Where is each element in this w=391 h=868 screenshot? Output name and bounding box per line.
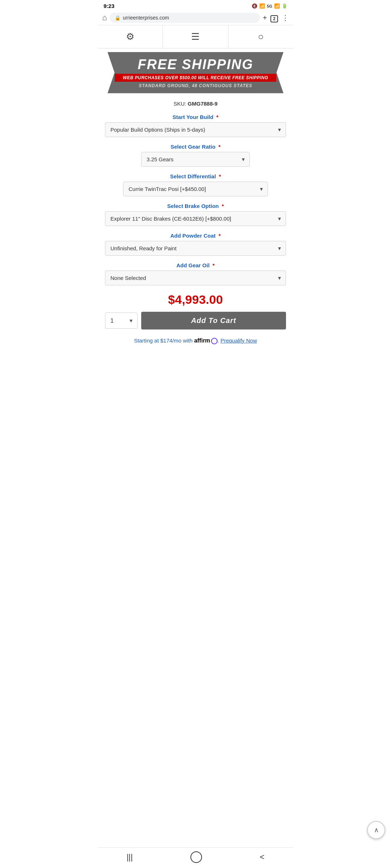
- network-5g: 5G: [267, 4, 272, 8]
- required-star: *: [213, 262, 215, 268]
- build-options-wrapper: Popular Build Options (Ships in 5-days) …: [105, 122, 286, 137]
- url-bar[interactable]: 🔒 urrieenterprises.com: [110, 13, 260, 23]
- free-shipping-banner: FREE SHIPPING WEB PURCHASES OVER $500.00…: [108, 52, 283, 93]
- build-options-group: Start Your Build * Popular Build Options…: [105, 114, 286, 137]
- brake-option-label: Select Brake Option *: [105, 203, 286, 209]
- product-area: SKU: GMG7888-9 Start Your Build * Popula…: [98, 97, 293, 359]
- battery-icon: 🔋: [282, 3, 287, 9]
- affirm-prequalify-link[interactable]: Prequalify Now: [220, 337, 257, 344]
- lock-icon: 🔒: [115, 15, 121, 21]
- affirm-circle-icon: [211, 338, 218, 344]
- differential-select[interactable]: Currie TwinTrac Posi [+$450.00]: [123, 182, 268, 196]
- differential-group: Select Differential * Currie TwinTrac Po…: [105, 173, 286, 196]
- banner-red-strip: WEB PURCHASES OVER $500.00 WILL RECEIVE …: [115, 74, 276, 82]
- differential-wrapper: Currie TwinTrac Posi [+$450.00] ▾: [105, 182, 286, 196]
- tabs-count: 2: [270, 15, 278, 22]
- wifi-icon: 📶: [259, 3, 265, 9]
- menu-nav-item[interactable]: ☰: [163, 25, 228, 48]
- menu-icon: ☰: [191, 31, 199, 42]
- required-star: *: [219, 233, 221, 239]
- powder-coat-select[interactable]: Unfinished, Ready for Paint: [105, 241, 286, 256]
- top-nav: ⚙ ☰ ○: [98, 25, 293, 48]
- brake-option-group: Select Brake Option * Explorer 11" Disc …: [105, 203, 286, 226]
- add-to-cart-button[interactable]: Add To Cart: [141, 312, 286, 329]
- required-star: *: [216, 114, 219, 120]
- search-icon: ○: [258, 31, 264, 42]
- sku-value: GMG7888-9: [188, 101, 218, 107]
- status-time: 9:23: [104, 3, 114, 9]
- brake-option-wrapper: Explorer 11" Disc Brakes (CE-6012E6) [+$…: [105, 211, 286, 226]
- home-button[interactable]: ⌂: [102, 13, 107, 22]
- powder-coat-wrapper: Unfinished, Ready for Paint ▾: [105, 241, 286, 256]
- new-tab-button[interactable]: +: [263, 14, 267, 22]
- browser-menu-button[interactable]: ⋮: [282, 13, 289, 22]
- gear-ratio-label: Select Gear Ratio *: [105, 144, 286, 150]
- gear-oil-wrapper: None Selected ▾: [105, 271, 286, 285]
- add-to-cart-row: 1 ▾ Add To Cart: [105, 312, 286, 329]
- required-star: *: [218, 144, 220, 150]
- quantity-wrapper: 1 ▾: [105, 312, 138, 329]
- differential-label: Select Differential *: [105, 173, 286, 179]
- required-star: *: [219, 173, 221, 179]
- required-star: *: [222, 203, 224, 209]
- gear-ratio-wrapper: 3.25 Gears ▾: [105, 152, 286, 167]
- gear-oil-label: Add Gear Oil *: [105, 262, 286, 268]
- browser-bar: ⌂ 🔒 urrieenterprises.com + 2 ⋮: [98, 10, 293, 25]
- signal-icon: 📶: [274, 3, 280, 9]
- banner-title: FREE SHIPPING: [122, 57, 269, 72]
- status-icons: 🔇 📶 5G 📶 🔋: [252, 3, 287, 9]
- affirm-section: Starting at $174/mo with affirm. Prequal…: [105, 335, 286, 352]
- gear-oil-select[interactable]: None Selected: [105, 271, 286, 285]
- banner-red-text: WEB PURCHASES OVER $500.00 WILL RECEIVE …: [122, 75, 269, 80]
- price-value: $4,993.00: [168, 293, 223, 306]
- gear-oil-group: Add Gear Oil * None Selected ▾: [105, 262, 286, 285]
- price-section: $4,993.00: [105, 293, 286, 307]
- browser-actions: + 2 ⋮: [263, 13, 289, 22]
- sku-line: SKU: GMG7888-9: [105, 101, 286, 107]
- mute-icon: 🔇: [252, 3, 257, 9]
- status-bar: 9:23 🔇 📶 5G 📶 🔋: [98, 0, 293, 10]
- powder-coat-label: Add Powder Coat *: [105, 233, 286, 239]
- settings-nav-item[interactable]: ⚙: [98, 25, 163, 48]
- gear-ratio-select[interactable]: 3.25 Gears: [141, 152, 250, 167]
- tabs-button[interactable]: 2: [270, 14, 278, 22]
- search-nav-item[interactable]: ○: [228, 25, 293, 48]
- sku-label: SKU:: [173, 101, 186, 107]
- settings-icon: ⚙: [126, 31, 134, 42]
- quantity-select[interactable]: 1: [105, 312, 138, 329]
- build-options-select[interactable]: Popular Build Options (Ships in 5-days): [105, 122, 286, 137]
- brake-option-select[interactable]: Explorer 11" Disc Brakes (CE-6012E6) [+$…: [105, 211, 286, 226]
- build-options-label: Start Your Build *: [105, 114, 286, 120]
- gear-ratio-group: Select Gear Ratio * 3.25 Gears ▾: [105, 144, 286, 167]
- affirm-logo: affirm: [194, 337, 210, 344]
- powder-coat-group: Add Powder Coat * Unfinished, Ready for …: [105, 233, 286, 256]
- affirm-text: Starting at $174/mo with: [134, 337, 193, 344]
- banner-sub-text: STANDARD GROUND, 48 CONTIGUOUS STATES: [122, 83, 269, 88]
- url-text: urrieenterprises.com: [123, 15, 169, 21]
